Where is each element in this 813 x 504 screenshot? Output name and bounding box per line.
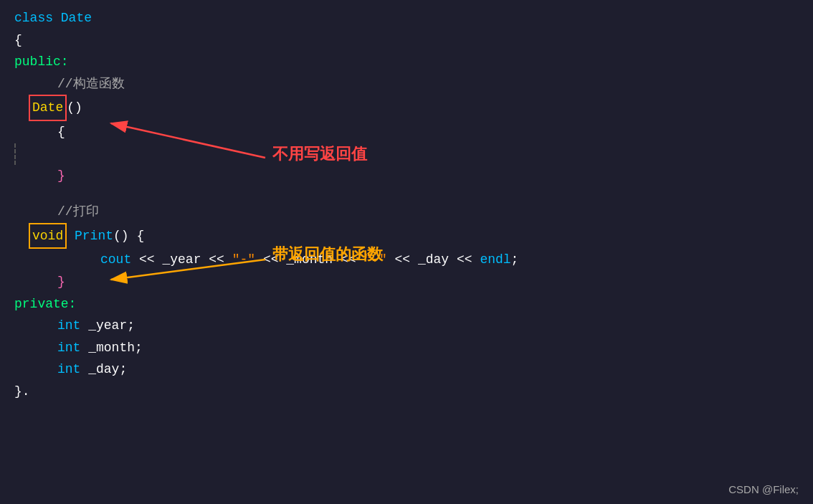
brace-close-class: }. — [14, 381, 30, 403]
comment-constructor: //构造函数 — [57, 73, 125, 95]
code-line-9 — [14, 186, 799, 201]
code-line-17: int _day; — [57, 358, 799, 381]
int-keyword-day: int — [57, 358, 80, 381]
print-parens: () — [113, 225, 136, 247]
brace-open-class: { — [14, 29, 22, 52]
code-line-14: private: — [14, 293, 799, 315]
code-line-12: cout << _year << "-" << _month << "-" <<… — [100, 249, 799, 271]
brace-open-constructor: { — [57, 121, 65, 143]
code-line-7 — [14, 143, 799, 165]
code-line-11: void Print() { — [29, 223, 799, 249]
code-line-2: { — [14, 29, 799, 52]
op5: << — [387, 249, 418, 271]
annotation-with-return: 带返回值的函数 — [272, 244, 383, 265]
code-line-18: }. — [14, 381, 799, 403]
op2: << — [201, 249, 232, 271]
keyword-public: public: — [14, 51, 69, 73]
int-keyword-year: int — [57, 315, 80, 337]
date-constructor-name: Date — [29, 95, 67, 121]
semicolon1: ; — [511, 249, 519, 271]
code-line-6: { — [57, 121, 799, 143]
year-field: _year; — [80, 315, 135, 337]
year-var: _year — [162, 249, 201, 271]
code-line-15: int _year; — [57, 315, 799, 337]
day-var: _day — [418, 249, 449, 271]
watermark: CSDN @Filex; — [728, 483, 799, 495]
op1: << — [131, 249, 162, 271]
constructor-parens: () — [67, 97, 82, 119]
code-line-8: } — [57, 165, 799, 187]
day-field: _day; — [80, 358, 127, 381]
annotation-no-return: 不用写返回值 — [272, 143, 367, 165]
void-keyword-box: void — [29, 223, 67, 249]
brace-close-print: } — [57, 271, 65, 293]
endl-keyword: endl — [480, 249, 510, 271]
code-editor: class Date { public: //构造函数 Date() { } /… — [0, 0, 813, 504]
code-line-16: int _month; — [57, 337, 799, 359]
comment-print: //打印 — [57, 201, 99, 223]
brace-close-constructor: } — [57, 165, 65, 187]
month-field: _month; — [80, 337, 142, 359]
print-function: Print — [67, 225, 113, 247]
code-line-5: Date() — [29, 95, 799, 121]
op6: << — [449, 249, 480, 271]
keyword-private: private: — [14, 293, 76, 315]
keyword-class: class Date — [14, 7, 92, 29]
code-line-3: public: — [14, 51, 799, 73]
brace-open-print: { — [136, 225, 144, 247]
cout-keyword: cout — [100, 249, 131, 271]
code-line-13: } — [57, 271, 799, 293]
dash-string1: "-" — [232, 249, 255, 271]
code-line-10: //打印 — [57, 201, 799, 223]
code-line-1: class Date — [14, 7, 799, 29]
int-keyword-month: int — [57, 337, 80, 359]
code-line-4: //构造函数 — [57, 73, 799, 95]
